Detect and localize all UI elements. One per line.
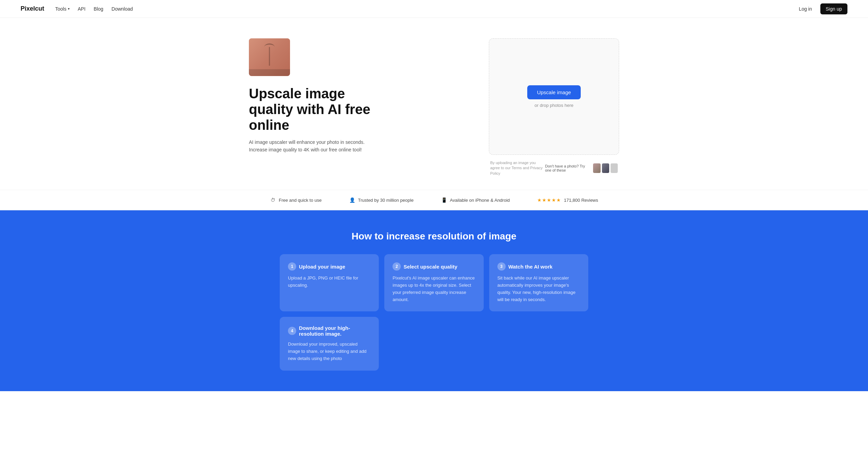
- sample-thumb-2[interactable]: [602, 163, 609, 173]
- howto-section: How to increase resolution of image 1 Up…: [0, 210, 868, 391]
- step-3-circle: 3: [497, 262, 506, 271]
- howto-card-1-title: Upload your image: [299, 264, 345, 270]
- upscale-image-button[interactable]: Upscale image: [527, 85, 580, 99]
- howto-card-1-header: 1 Upload your image: [288, 262, 371, 271]
- trust-mobile-text: Available on iPhone & Android: [450, 198, 510, 203]
- howto-card-2-desc: Pixelcut's AI image upscaler can enhance…: [393, 275, 475, 303]
- trust-bar: ⏱ Free and quick to use 👤 Trusted by 30 …: [0, 190, 868, 210]
- upload-meta: By uploading an image you agree to our T…: [489, 158, 619, 176]
- samples-label: Don't have a photo? Try one of these: [545, 164, 592, 172]
- jacket-zipper-decoration: [269, 47, 270, 66]
- trust-users-text: Trusted by 30 million people: [358, 198, 413, 203]
- trust-users: 👤 Trusted by 30 million people: [349, 197, 413, 203]
- step-1-circle: 1: [288, 262, 296, 271]
- login-button[interactable]: Log in: [795, 4, 816, 14]
- howto-card-4-desc: Download your improved, upscaled image t…: [288, 341, 371, 362]
- howto-title: How to increase resolution of image: [21, 231, 847, 242]
- howto-card-1: 1 Upload your image Upload a JPG, PNG or…: [280, 254, 379, 311]
- hero-title: Upscale image quality with AI free onlin…: [249, 86, 379, 133]
- nav-tools[interactable]: Tools ▾: [55, 6, 70, 12]
- mobile-icon: 📱: [441, 197, 447, 203]
- drop-text: or drop photos here: [534, 103, 573, 108]
- hero-jacket-image: [249, 38, 290, 76]
- navbar-links: Tools ▾ API Blog Download: [55, 6, 133, 12]
- navbar: Pixelcut Tools ▾ API Blog Download Log i…: [0, 0, 868, 18]
- hero-description: AI image upscaler will enhance your phot…: [249, 138, 379, 154]
- navbar-left: Pixelcut Tools ▾ API Blog Download: [21, 5, 133, 12]
- hero-right: Upscale image or drop photos here By upl…: [489, 38, 619, 176]
- navbar-right: Log in Sign up: [795, 3, 847, 14]
- users-icon: 👤: [349, 197, 355, 203]
- upload-dropzone[interactable]: Upscale image or drop photos here: [489, 38, 619, 155]
- howto-card-3-title: Watch the AI work: [508, 264, 553, 270]
- nav-download[interactable]: Download: [111, 6, 133, 12]
- nav-api[interactable]: API: [78, 6, 86, 12]
- howto-card-1-desc: Upload a JPG, PNG or HEIC file for upsca…: [288, 275, 371, 289]
- howto-card-3: 3 Watch the AI work Sit back while our A…: [489, 254, 588, 311]
- stars-icon: ★★★★★: [537, 197, 561, 203]
- howto-cards-row2: 4 Download your high-resolution image. D…: [280, 317, 588, 370]
- howto-card-4-title: Download your high-resolution image.: [299, 325, 371, 337]
- chevron-down-icon: ▾: [68, 7, 70, 11]
- reviews-count: 171,800 Reviews: [564, 198, 598, 203]
- howto-card-4-header: 4 Download your high-resolution image.: [288, 325, 371, 337]
- howto-card-3-header: 3 Watch the AI work: [497, 262, 580, 271]
- trust-reviews: ★★★★★ 171,800 Reviews: [537, 197, 598, 203]
- howto-card-4: 4 Download your high-resolution image. D…: [280, 317, 379, 370]
- hero-left: Upscale image quality with AI free onlin…: [249, 38, 379, 154]
- free-icon: ⏱: [270, 197, 276, 203]
- trust-free: ⏱ Free and quick to use: [270, 197, 322, 203]
- step-2-circle: 2: [393, 262, 401, 271]
- howto-card-2-title: Select upscale quality: [403, 264, 457, 270]
- nav-blog[interactable]: Blog: [94, 6, 103, 12]
- logo[interactable]: Pixelcut: [21, 5, 44, 12]
- howto-cards: 1 Upload your image Upload a JPG, PNG or…: [280, 254, 588, 311]
- hero-section: Upscale image quality with AI free onlin…: [228, 18, 640, 190]
- howto-card-2: 2 Select upscale quality Pixelcut's AI i…: [384, 254, 483, 311]
- sample-thumb-1[interactable]: [593, 163, 600, 173]
- sample-thumb-3[interactable]: [611, 163, 618, 173]
- trust-mobile: 📱 Available on iPhone & Android: [441, 197, 510, 203]
- upload-terms-text: By uploading an image you agree to our T…: [490, 160, 545, 176]
- signup-button[interactable]: Sign up: [820, 3, 847, 14]
- sample-photos: Don't have a photo? Try one of these: [545, 163, 618, 173]
- trust-free-text: Free and quick to use: [279, 198, 322, 203]
- howto-card-2-header: 2 Select upscale quality: [393, 262, 475, 271]
- howto-card-3-desc: Sit back while our AI image upscaler aut…: [497, 275, 580, 303]
- step-4-circle: 4: [288, 327, 296, 335]
